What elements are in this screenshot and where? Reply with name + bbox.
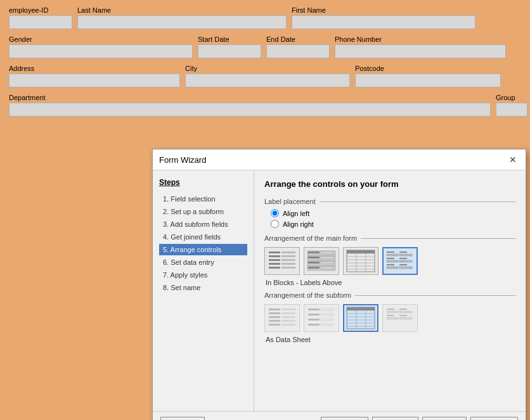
finish-button[interactable]: Finish [422, 417, 467, 420]
svg-rect-62 [347, 307, 375, 310]
svg-rect-74 [399, 309, 407, 310]
svg-rect-48 [269, 316, 280, 318]
department-input[interactable] [9, 103, 491, 117]
startdate-label: Start Date [198, 35, 261, 43]
main-arrangement-legend: Arrangement of the main form [264, 234, 357, 242]
svg-rect-42 [399, 264, 407, 265]
section-divider3 [355, 295, 515, 296]
gender-input[interactable] [9, 44, 193, 58]
svg-rect-49 [281, 316, 295, 318]
step-2[interactable]: 2. Set up a subform [159, 206, 247, 217]
svg-rect-77 [387, 317, 398, 319]
city-label: City [185, 65, 350, 72]
sub-arr-icon-3[interactable] [343, 304, 378, 332]
svg-rect-56 [308, 314, 320, 315]
svg-rect-50 [269, 320, 280, 322]
svg-rect-35 [399, 254, 412, 256]
content-title: Arrange the controls on your form [264, 179, 515, 189]
svg-rect-2 [269, 255, 280, 257]
svg-rect-8 [269, 267, 280, 269]
svg-rect-38 [399, 258, 407, 259]
main-arr-icon-2[interactable] [304, 247, 339, 275]
svg-rect-59 [321, 319, 333, 321]
group-label: Group [496, 94, 527, 101]
sub-arr-icon-1[interactable] [264, 304, 300, 332]
main-arr-icon-3[interactable] [343, 247, 378, 275]
svg-rect-3 [281, 255, 295, 257]
firstname-label: First Name [292, 6, 475, 14]
svg-rect-32 [387, 251, 394, 253]
step-1[interactable]: 1. Field selection [159, 193, 247, 205]
align-left-radio[interactable] [271, 209, 279, 217]
svg-rect-47 [281, 312, 295, 314]
svg-rect-36 [387, 258, 394, 259]
svg-rect-18 [308, 262, 320, 264]
help-button[interactable]: Help [160, 417, 205, 420]
sub-arr-icon-4[interactable] [382, 304, 418, 332]
svg-rect-1 [281, 251, 295, 253]
svg-rect-37 [387, 260, 398, 262]
svg-rect-9 [281, 267, 295, 269]
svg-rect-4 [269, 259, 280, 261]
phone-label: Phone Number [335, 35, 506, 43]
svg-rect-7 [281, 263, 295, 265]
svg-rect-41 [387, 267, 398, 269]
postcode-input[interactable] [355, 73, 501, 87]
svg-rect-55 [321, 309, 333, 310]
step-7[interactable]: 7. Apply styles [159, 269, 247, 281]
main-arrangement-caption: In Blocks - Labels Above [266, 279, 515, 286]
steps-panel: Steps 1. Field selection 2. Set up a sub… [153, 170, 254, 411]
step-4[interactable]: 4. Get joined fields [159, 231, 247, 243]
step-6[interactable]: 6. Set data entry [159, 257, 247, 268]
section-divider [320, 201, 515, 202]
department-label: Department [9, 94, 491, 101]
employeeid-input[interactable] [9, 15, 72, 29]
step-8[interactable]: 8. Set name [159, 282, 247, 293]
svg-rect-57 [321, 314, 333, 315]
svg-rect-73 [387, 311, 398, 313]
phone-input[interactable] [335, 44, 506, 58]
cancel-button[interactable]: Cancel [470, 417, 518, 420]
svg-rect-17 [321, 257, 333, 258]
svg-rect-52 [269, 324, 280, 326]
close-button[interactable]: ✕ [507, 153, 519, 166]
lastname-input[interactable] [77, 15, 287, 29]
svg-rect-72 [387, 309, 394, 310]
steps-heading: Steps [159, 178, 247, 187]
svg-rect-54 [308, 309, 320, 310]
back-button[interactable]: < Back [321, 417, 368, 420]
address-input[interactable] [9, 73, 180, 87]
svg-rect-19 [321, 262, 333, 264]
step-3[interactable]: 3. Add subform fields [159, 219, 247, 230]
svg-rect-76 [387, 315, 394, 316]
main-arr-icon-4[interactable] [382, 247, 418, 275]
svg-rect-33 [387, 254, 398, 256]
svg-rect-43 [399, 267, 412, 269]
svg-rect-44 [269, 309, 280, 310]
enddate-input[interactable] [266, 44, 330, 58]
svg-rect-16 [308, 257, 320, 258]
dialog-footer: Help < Back Next > Finish Cancel [153, 411, 526, 420]
align-right-label: Align right [283, 220, 314, 228]
step-5[interactable]: 5. Arrange controls [159, 244, 247, 255]
main-arr-icon-1[interactable] [264, 247, 300, 275]
svg-rect-45 [281, 309, 295, 310]
svg-rect-75 [399, 311, 412, 313]
svg-rect-39 [399, 260, 412, 262]
svg-rect-60 [308, 324, 320, 326]
sub-arr-icon-2[interactable] [304, 304, 339, 332]
next-button[interactable]: Next > [372, 417, 418, 420]
align-left-label: Align left [283, 210, 309, 217]
svg-rect-79 [399, 317, 412, 319]
svg-rect-14 [308, 251, 320, 253]
form-wizard-dialog: Form Wizard ✕ Steps 1. Field selection 2… [152, 149, 526, 420]
startdate-input[interactable] [198, 44, 261, 58]
svg-rect-5 [281, 259, 295, 261]
lastname-label: Last Name [77, 6, 287, 14]
address-label: Address [9, 65, 180, 72]
group-input[interactable] [496, 103, 527, 117]
firstname-input[interactable] [292, 15, 475, 29]
dialog-titlebar: Form Wizard ✕ [153, 150, 526, 170]
align-right-radio[interactable] [271, 220, 279, 228]
city-input[interactable] [185, 73, 350, 87]
